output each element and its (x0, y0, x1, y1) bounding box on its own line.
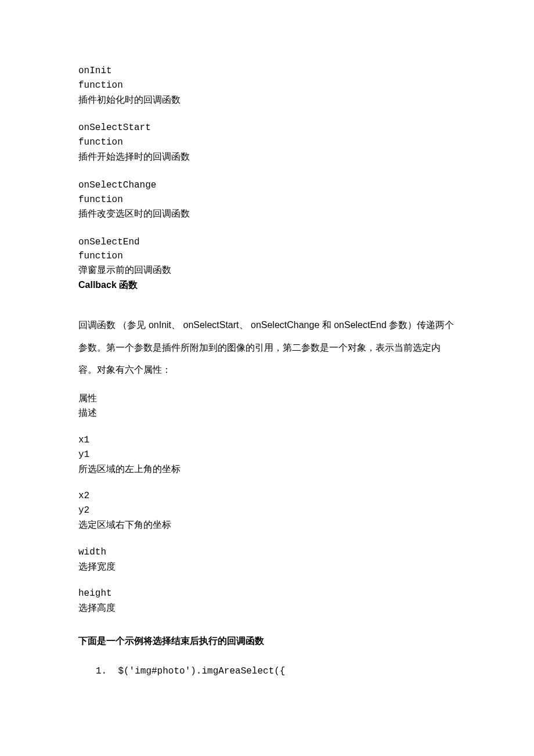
option-name: onInit (78, 64, 456, 78)
callback-heading: Callback 函数 (78, 278, 456, 292)
property-name: y1 (78, 448, 456, 462)
code-line-number: 1. (96, 666, 107, 676)
option-desc: 插件开始选择时的回调函数 (78, 150, 456, 164)
callback-option-onselectend: onSelectEnd function 弹窗显示前的回调函数 (78, 235, 456, 277)
property-name: x2 (78, 489, 456, 503)
callback-intro: 回调函数 （参见 onInit、 onSelectStart、 onSelect… (78, 314, 456, 381)
callback-option-onselectchange: onSelectChange function 插件改变选区时的回调函数 (78, 178, 456, 221)
property-header: 属性 描述 (78, 391, 456, 420)
property-x2y2: x2 y2 选定区域右下角的坐标 (78, 489, 456, 532)
property-name: y2 (78, 503, 456, 518)
property-desc: 选定区域右下角的坐标 (78, 518, 456, 532)
option-type: function (78, 135, 456, 150)
property-desc: 所选区域的左上角的坐标 (78, 462, 456, 477)
option-name: onSelectEnd (78, 235, 456, 249)
property-name: height (78, 586, 456, 601)
option-name: onSelectStart (78, 121, 456, 135)
option-desc: 插件初始化时的回调函数 (78, 93, 456, 107)
option-type: function (78, 249, 456, 263)
property-width: width 选择宽度 (78, 545, 456, 574)
option-desc: 插件改变选区时的回调函数 (78, 207, 456, 221)
option-type: function (78, 193, 456, 207)
document-page: onInit function 插件初始化时的回调函数 onSelectStar… (0, 0, 534, 756)
option-type: function (78, 78, 456, 93)
option-name: onSelectChange (78, 178, 456, 193)
property-header-attr: 属性 (78, 391, 456, 406)
code-example-line: 1. $('img#photo').imgAreaSelect({ (78, 664, 456, 678)
option-desc: 弹窗显示前的回调函数 (78, 263, 456, 277)
property-desc: 选择宽度 (78, 560, 456, 574)
callback-option-onselectstart: onSelectStart function 插件开始选择时的回调函数 (78, 121, 456, 164)
code-line-text: $('img#photo').imgAreaSelect({ (118, 666, 285, 676)
property-height: height 选择高度 (78, 586, 456, 615)
example-heading: 下面是一个示例将选择结束后执行的回调函数 (78, 634, 456, 648)
property-name: width (78, 545, 456, 560)
property-name: x1 (78, 433, 456, 448)
property-x1y1: x1 y1 所选区域的左上角的坐标 (78, 433, 456, 476)
property-desc: 选择高度 (78, 601, 456, 615)
property-header-desc: 描述 (78, 406, 456, 420)
callback-option-oninit: onInit function 插件初始化时的回调函数 (78, 64, 456, 107)
